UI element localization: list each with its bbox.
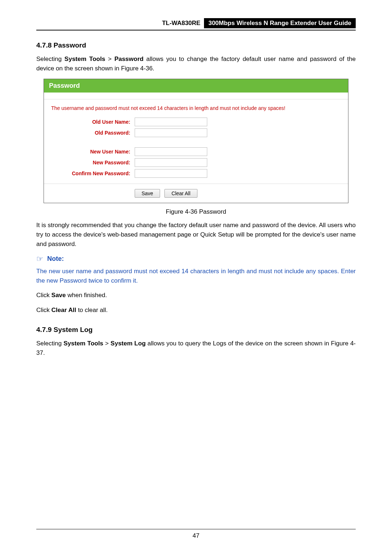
figure-caption: Figure 4-36 Password bbox=[36, 208, 356, 216]
text-bold: System Tools bbox=[64, 340, 103, 347]
input-old-user[interactable] bbox=[135, 118, 207, 126]
text-bold: Save bbox=[52, 292, 66, 299]
guide-title: 300Mbps Wireless N Range Extender User G… bbox=[204, 18, 356, 28]
input-old-pass[interactable] bbox=[135, 128, 207, 137]
text-bold: Clear All bbox=[52, 307, 76, 313]
text: when finished. bbox=[66, 292, 107, 299]
intro-paragraph-syslog: Selecting System Tools > System Log allo… bbox=[36, 339, 356, 358]
model-label: TL-WA830RE bbox=[162, 20, 204, 26]
figure-password: Password The username and password must … bbox=[44, 79, 348, 203]
row-new-pass: New Password: bbox=[44, 158, 348, 167]
text: to clear all. bbox=[76, 307, 108, 313]
text-bold: Password bbox=[114, 56, 143, 62]
input-confirm-pass[interactable] bbox=[135, 169, 207, 178]
intro-paragraph-password: Selecting System Tools > Password allows… bbox=[36, 54, 356, 74]
row-old-pass: Old Password: bbox=[44, 128, 348, 137]
click-clear-text: Click Clear All to clear all. bbox=[36, 305, 356, 315]
row-old-user: Old User Name: bbox=[44, 118, 348, 126]
section-heading-password: 4.7.8 Password bbox=[36, 41, 356, 49]
text: Click bbox=[36, 292, 52, 299]
note-text: The new user name and password must not … bbox=[36, 267, 356, 286]
text-bold: System Tools bbox=[65, 56, 105, 62]
label-old-pass: Old Password: bbox=[44, 130, 135, 136]
page-footer: 47 bbox=[36, 529, 356, 539]
label-new-user: New User Name: bbox=[44, 149, 135, 155]
figure-title: Password bbox=[44, 79, 348, 93]
label-new-pass: New Password: bbox=[44, 160, 135, 165]
note-header: ☞ Note: bbox=[36, 254, 356, 264]
click-save-text: Click Save when finished. bbox=[36, 291, 356, 300]
clear-all-button[interactable]: Clear All bbox=[164, 189, 197, 198]
pointing-hand-icon: ☞ bbox=[36, 254, 44, 264]
save-button[interactable]: Save bbox=[135, 189, 160, 198]
input-new-pass[interactable] bbox=[135, 158, 207, 167]
page-number: 47 bbox=[193, 532, 200, 539]
label-old-user: Old User Name: bbox=[44, 119, 135, 125]
text-bold: System Log bbox=[111, 340, 146, 347]
text: Selecting bbox=[36, 340, 64, 347]
note-label: Note: bbox=[47, 255, 64, 263]
text: Click bbox=[36, 307, 52, 313]
row-new-user: New User Name: bbox=[44, 147, 348, 156]
row-confirm-pass: Confirm New Password: bbox=[44, 169, 348, 178]
warning-text: The username and password must not excee… bbox=[44, 99, 348, 118]
page-header: TL-WA830RE300Mbps Wireless N Range Exten… bbox=[36, 18, 356, 30]
text: > bbox=[105, 56, 114, 62]
label-confirm-pass: Confirm New Password: bbox=[44, 171, 135, 176]
text: > bbox=[103, 340, 111, 347]
text: Selecting bbox=[36, 56, 65, 62]
button-row: Save Clear All bbox=[44, 184, 348, 203]
input-new-user[interactable] bbox=[135, 147, 207, 156]
section-heading-syslog: 4.7.9 System Log bbox=[36, 326, 356, 334]
paragraph-recommend: It is strongly recommended that you chan… bbox=[36, 221, 356, 249]
